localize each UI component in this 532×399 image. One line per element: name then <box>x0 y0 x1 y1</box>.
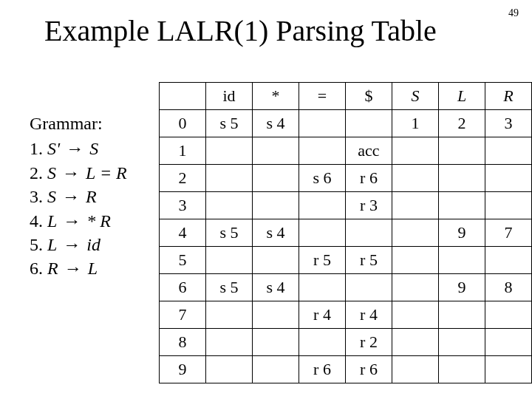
cell: r 3 <box>346 192 392 219</box>
state-label: 4 <box>160 219 206 247</box>
cell <box>439 356 485 383</box>
table-row: 5 r 5 r 5 <box>160 247 532 274</box>
lalr-table: id * = $ S L R 0 s 5 s 4 1 2 3 <box>159 82 532 383</box>
rule-rhs: L <box>88 259 98 278</box>
col-star: * <box>253 83 299 110</box>
state-label: 5 <box>160 247 206 274</box>
cell <box>253 137 299 165</box>
rule-lhs: S' <box>47 139 60 158</box>
cell: s 5 <box>206 274 253 301</box>
cell: r 4 <box>346 301 392 329</box>
cell: r 6 <box>299 356 346 383</box>
cell: s 6 <box>299 165 346 192</box>
cell: acc <box>346 137 392 165</box>
cell <box>253 247 299 274</box>
state-label: 2 <box>160 165 206 192</box>
grammar-rule: 1. S' → S <box>30 137 151 160</box>
cell <box>485 247 532 274</box>
cell <box>439 329 485 356</box>
slide-title: Example LALR(1) Parsing Table <box>0 0 532 48</box>
table-header-row: id * = $ S L R <box>160 83 532 110</box>
state-label: 6 <box>160 274 206 301</box>
cell: 1 <box>392 110 439 137</box>
rule-number: 6. <box>30 259 43 278</box>
rule-number: 1. <box>30 139 43 158</box>
col-id: id <box>206 83 253 110</box>
cell: r 6 <box>346 356 392 383</box>
cell <box>206 329 253 356</box>
cell: s 5 <box>206 219 253 247</box>
page-number: 49 <box>508 7 519 19</box>
cell <box>253 301 299 329</box>
cell <box>392 274 439 301</box>
table-row: 2 s 6 r 6 <box>160 165 532 192</box>
cell <box>439 301 485 329</box>
cell <box>346 274 392 301</box>
cell <box>439 192 485 219</box>
rule-rhs: R <box>86 187 97 206</box>
rule-lhs: S <box>47 187 56 206</box>
rule-rhs: L = R <box>86 163 127 183</box>
cell <box>346 110 392 137</box>
cell <box>206 301 253 329</box>
col-L: L <box>439 83 485 110</box>
table-row: 0 s 5 s 4 1 2 3 <box>160 110 532 137</box>
table-row: 1 acc <box>160 137 532 165</box>
cell <box>439 165 485 192</box>
cell <box>206 247 253 274</box>
cell <box>299 192 346 219</box>
cell <box>299 329 346 356</box>
state-label: 9 <box>160 356 206 383</box>
grammar-rule: 2. S → L = R <box>30 161 151 185</box>
arrow-icon: → <box>61 235 82 254</box>
cell <box>299 110 346 137</box>
rule-rhs: * R <box>86 211 111 231</box>
col-S: S <box>392 83 439 110</box>
cell <box>485 329 532 356</box>
cell <box>485 192 532 219</box>
cell: r 6 <box>346 165 392 192</box>
cell <box>206 192 253 219</box>
cell <box>485 356 532 383</box>
cell: 3 <box>485 110 532 137</box>
cell <box>206 137 253 165</box>
cell <box>392 356 439 383</box>
state-label: 8 <box>160 329 206 356</box>
table-row: 7 r 4 r 4 <box>160 301 532 329</box>
cell <box>299 219 346 247</box>
cell: r 4 <box>299 301 346 329</box>
cell <box>206 356 253 383</box>
cell <box>392 192 439 219</box>
table-row: 6 s 5 s 4 9 8 <box>160 274 532 301</box>
cell <box>392 301 439 329</box>
grammar-block: Grammar: 1. S' → S 2. S → L = R 3. S → R… <box>30 112 151 281</box>
arrow-icon: → <box>61 187 81 206</box>
cell: s 4 <box>253 219 299 247</box>
cell: s 5 <box>206 110 253 137</box>
cell <box>253 356 299 383</box>
content-area: Grammar: 1. S' → S 2. S → L = R 3. S → R… <box>0 82 532 383</box>
cell: r 2 <box>346 329 392 356</box>
cell <box>392 329 439 356</box>
table-row: 9 r 6 r 6 <box>160 356 532 383</box>
state-label: 7 <box>160 301 206 329</box>
cell <box>485 301 532 329</box>
col-dollar: $ <box>346 83 392 110</box>
cell <box>485 165 532 192</box>
cell <box>253 165 299 192</box>
cell <box>392 165 439 192</box>
arrow-icon: → <box>63 259 83 278</box>
cell <box>439 137 485 165</box>
cell <box>253 192 299 219</box>
cell <box>206 165 253 192</box>
slide: 49 Example LALR(1) Parsing Table Grammar… <box>0 0 532 399</box>
arrow-icon: → <box>64 139 85 158</box>
table-row: 8 r 2 <box>160 329 532 356</box>
cell <box>299 137 346 165</box>
cell <box>439 247 485 274</box>
rule-lhs: S <box>47 163 56 183</box>
rule-number: 2. <box>30 163 43 183</box>
cell: r 5 <box>299 247 346 274</box>
cell <box>299 274 346 301</box>
rule-rhs: S <box>89 139 98 158</box>
